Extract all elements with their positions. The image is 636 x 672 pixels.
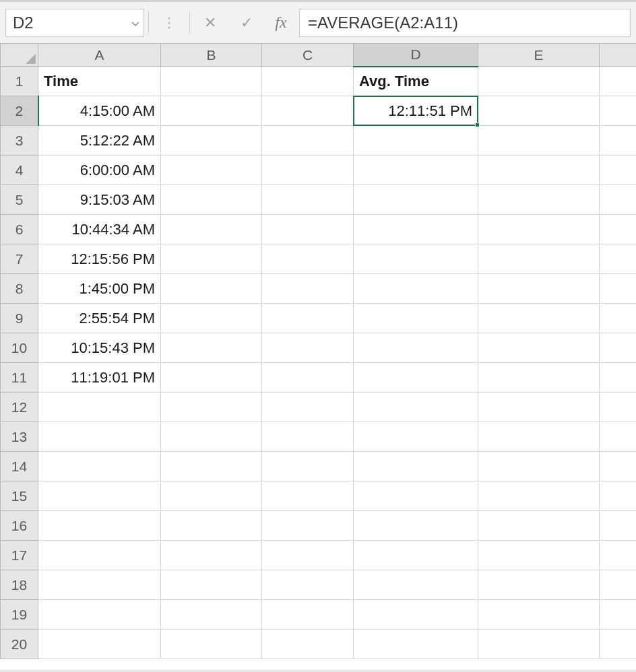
cell-F4[interactable]: [600, 156, 637, 185]
cell-B3[interactable]: [161, 126, 262, 156]
cell-C2[interactable]: [262, 96, 354, 126]
cell-D4[interactable]: [354, 156, 478, 185]
cell-D5[interactable]: [354, 185, 478, 215]
cell-F18[interactable]: [600, 570, 637, 600]
row-header-19[interactable]: 19: [1, 600, 38, 630]
cell-D18[interactable]: [354, 570, 478, 600]
cell-F14[interactable]: [600, 452, 637, 481]
cell-B17[interactable]: [161, 541, 262, 570]
cell-A5[interactable]: 9:15:03 AM: [38, 185, 161, 215]
cell-E14[interactable]: [478, 452, 600, 481]
row-header-10[interactable]: 10: [1, 333, 38, 363]
cell-E9[interactable]: [478, 304, 600, 333]
cell-D9[interactable]: [354, 304, 478, 333]
cell-C8[interactable]: [262, 274, 354, 304]
select-all-corner[interactable]: [1, 44, 38, 67]
row-header-16[interactable]: 16: [1, 511, 38, 541]
cell-D6[interactable]: [354, 215, 478, 244]
cell-C17[interactable]: [262, 541, 354, 570]
row-header-12[interactable]: 12: [1, 393, 38, 422]
cell-E10[interactable]: [478, 333, 600, 363]
cell-D3[interactable]: [354, 126, 478, 156]
name-box[interactable]: D2: [5, 9, 144, 37]
cell-C13[interactable]: [262, 422, 354, 452]
cell-C5[interactable]: [262, 185, 354, 215]
cell-A7[interactable]: 12:15:56 PM: [38, 244, 161, 274]
cell-C12[interactable]: [262, 393, 354, 422]
cell-C1[interactable]: [262, 67, 354, 96]
cell-B4[interactable]: [161, 156, 262, 185]
cell-D12[interactable]: [354, 393, 478, 422]
cell-F19[interactable]: [600, 600, 637, 630]
row-header-3[interactable]: 3: [1, 126, 38, 156]
cell-F11[interactable]: [600, 363, 637, 393]
cell-E12[interactable]: [478, 393, 600, 422]
cell-A15[interactable]: [38, 481, 161, 511]
cell-D13[interactable]: [354, 422, 478, 452]
cell-D19[interactable]: [354, 600, 478, 630]
cell-F20[interactable]: [600, 630, 637, 659]
row-header-9[interactable]: 9: [1, 304, 38, 333]
cell-B5[interactable]: [161, 185, 262, 215]
cell-B19[interactable]: [161, 600, 262, 630]
cell-E2[interactable]: [478, 96, 600, 126]
cell-F8[interactable]: [600, 274, 637, 304]
row-header-1[interactable]: 1: [1, 67, 38, 96]
col-header-A[interactable]: A: [38, 44, 161, 67]
cell-B6[interactable]: [161, 215, 262, 244]
cell-E3[interactable]: [478, 126, 600, 156]
cell-B20[interactable]: [161, 630, 262, 659]
cell-F15[interactable]: [600, 481, 637, 511]
cell-D17[interactable]: [354, 541, 478, 570]
row-header-7[interactable]: 7: [1, 244, 38, 274]
col-header-B[interactable]: B: [161, 44, 262, 67]
cell-B15[interactable]: [161, 481, 262, 511]
cell-C16[interactable]: [262, 511, 354, 541]
cell-A14[interactable]: [38, 452, 161, 481]
cell-D8[interactable]: [354, 274, 478, 304]
fx-label[interactable]: fx: [267, 13, 295, 32]
enter-button[interactable]: ✓: [230, 9, 263, 37]
row-header-4[interactable]: 4: [1, 156, 38, 185]
cell-E17[interactable]: [478, 541, 600, 570]
cell-C20[interactable]: [262, 630, 354, 659]
cell-A18[interactable]: [38, 570, 161, 600]
cell-A1[interactable]: Time: [38, 67, 161, 96]
row-header-14[interactable]: 14: [1, 452, 38, 481]
row-header-8[interactable]: 8: [1, 274, 38, 304]
cell-D20[interactable]: [354, 630, 478, 659]
cell-E8[interactable]: [478, 274, 600, 304]
sheet-grid[interactable]: A B C D E 1TimeAvg. Time24:15:00 AM12:11…: [0, 43, 636, 659]
cell-D14[interactable]: [354, 452, 478, 481]
cell-F7[interactable]: [600, 244, 637, 274]
cell-D10[interactable]: [354, 333, 478, 363]
cell-C14[interactable]: [262, 452, 354, 481]
row-header-20[interactable]: 20: [1, 630, 38, 659]
cell-C18[interactable]: [262, 570, 354, 600]
cell-A12[interactable]: [38, 393, 161, 422]
cell-B12[interactable]: [161, 393, 262, 422]
row-header-17[interactable]: 17: [1, 541, 38, 570]
cell-A3[interactable]: 5:12:22 AM: [38, 126, 161, 156]
cell-A17[interactable]: [38, 541, 161, 570]
cell-A4[interactable]: 6:00:00 AM: [38, 156, 161, 185]
col-header-E[interactable]: E: [478, 44, 600, 67]
expand-button[interactable]: [153, 9, 185, 37]
row-header-2[interactable]: 2: [1, 96, 38, 126]
cell-D1[interactable]: Avg. Time: [354, 67, 478, 96]
cell-C6[interactable]: [262, 215, 354, 244]
cell-F1[interactable]: [600, 67, 637, 96]
cancel-button[interactable]: ✕: [194, 9, 226, 37]
cell-B10[interactable]: [161, 333, 262, 363]
formula-input[interactable]: [299, 9, 631, 37]
col-header-D[interactable]: D: [354, 44, 478, 67]
cell-E7[interactable]: [478, 244, 600, 274]
cell-F13[interactable]: [600, 422, 637, 452]
cell-D7[interactable]: [354, 244, 478, 274]
cell-E1[interactable]: [478, 67, 600, 96]
cell-D16[interactable]: [354, 511, 478, 541]
cell-B1[interactable]: [161, 67, 262, 96]
cell-E5[interactable]: [478, 185, 600, 215]
cell-F2[interactable]: [600, 96, 637, 126]
cell-E4[interactable]: [478, 156, 600, 185]
